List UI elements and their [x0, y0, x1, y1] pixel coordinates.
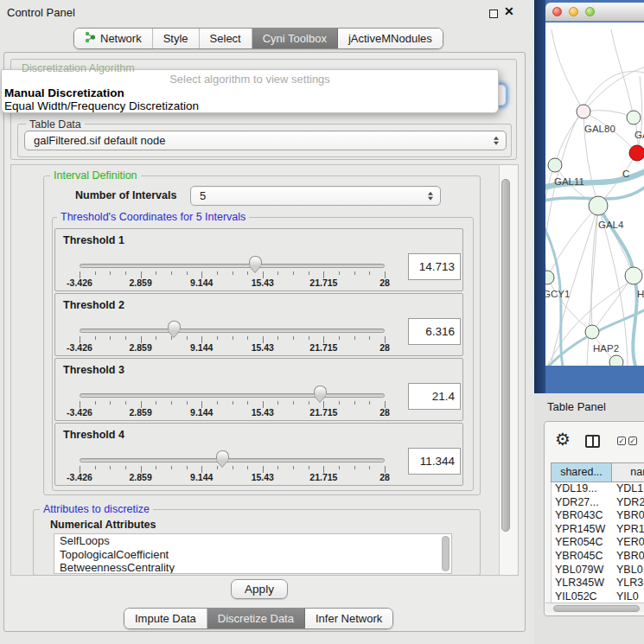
threshold-value-field[interactable]: 11.344: [408, 448, 461, 475]
apply-button[interactable]: Apply: [231, 579, 288, 599]
slider-tick-label: 15.43: [252, 407, 274, 418]
threshold-slider-handle[interactable]: [216, 450, 229, 460]
threshold-slider-track[interactable]: [80, 264, 385, 268]
table-row[interactable]: YPR145WYPR1: [552, 523, 644, 537]
table-row[interactable]: YBR043CYBR0: [552, 509, 644, 523]
settings-scrollbar-thumb[interactable]: [501, 179, 510, 532]
checkbox-icon[interactable]: [617, 437, 626, 445]
network-node-hap2[interactable]: [585, 325, 599, 339]
popup-item-equal-width-frequency-discretization[interactable]: Equal Width/Frequency Discretization: [2, 99, 498, 112]
slider-tick: [293, 336, 294, 340]
attribute-item-betweennesscentrality[interactable]: BetweennessCentrality: [54, 561, 451, 574]
tab-jactivemnodules[interactable]: jActiveMNodules: [338, 29, 443, 48]
network-node-gal4[interactable]: [589, 196, 608, 215]
table-scrollbar-thumb[interactable]: [553, 605, 640, 612]
float-window-icon[interactable]: [489, 10, 498, 18]
column-header-name[interactable]: name: [612, 462, 644, 482]
tab-discretize-data[interactable]: Discretize Data: [207, 609, 305, 628]
zoom-traffic-light-icon[interactable]: [585, 7, 595, 16]
threshold-value-field[interactable]: 14.713: [408, 253, 461, 280]
slider-tick: [171, 466, 172, 469]
threshold-value-field[interactable]: 21.4: [408, 383, 461, 410]
cell-shared-name: YLR345W: [552, 577, 613, 590]
slider-tick: [354, 401, 355, 405]
node-label: H: [637, 289, 644, 299]
threshold-slider-handle[interactable]: [249, 256, 262, 265]
split-columns-icon[interactable]: [585, 435, 600, 448]
table-row[interactable]: YBR045CYBR0: [552, 550, 644, 564]
number-of-intervals-combobox[interactable]: 5: [190, 186, 441, 206]
table-row[interactable]: YIL052CYIL0: [552, 590, 644, 603]
network-window-titlebar[interactable]: [545, 3, 644, 22]
slider-tick: [156, 336, 156, 340]
tab-infer-network[interactable]: Infer Network: [305, 609, 392, 628]
node-label: GCY1: [545, 289, 570, 299]
table-row[interactable]: YDL19...YDL1: [552, 482, 644, 496]
slider-tick-label: 2.859: [129, 472, 151, 482]
slider-tick-label: 15.43: [252, 472, 274, 482]
tab-impute-data[interactable]: Impute Data: [124, 609, 207, 628]
table-row[interactable]: YER054CYER0: [552, 536, 644, 550]
cell-name: YDL1: [613, 482, 643, 496]
slider-tick: [95, 336, 96, 340]
network-canvas[interactable]: GAL80GALCGAL11GAL4GCY1HHAP2: [545, 22, 644, 366]
threshold-slider-track[interactable]: [80, 458, 385, 462]
cell-shared-name: YBL079W: [552, 564, 613, 577]
tab-cyni-toolbox-label: Cyni Toolbox: [263, 32, 327, 45]
slider-tick: [233, 466, 233, 469]
network-node-c[interactable]: [629, 145, 644, 161]
table-row[interactable]: YBL079WYBL0: [552, 564, 644, 577]
panel-title: Control Panel: [7, 6, 75, 19]
tab-network[interactable]: Network: [74, 29, 153, 48]
slider-tick: [277, 336, 278, 340]
slider-tick-label: 28: [379, 342, 390, 353]
cell-shared-name: YBR045C: [552, 550, 613, 564]
network-node-gcy1[interactable]: [545, 271, 554, 284]
network-node-gal[interactable]: [627, 111, 641, 124]
threshold-slider-handle[interactable]: [168, 321, 181, 330]
slider-tick-label: -3.426: [67, 407, 92, 418]
threshold-slider-handle[interactable]: [314, 386, 327, 395]
slider-tick: [187, 401, 188, 405]
table-row[interactable]: YLR345WYLR3: [552, 577, 644, 590]
tab-select[interactable]: Select: [200, 29, 252, 48]
tab-cyni-toolbox[interactable]: Cyni Toolbox: [252, 29, 338, 48]
column-header-shared-name[interactable]: shared...: [551, 462, 612, 482]
close-traffic-light-icon[interactable]: [552, 7, 562, 16]
tab-style[interactable]: Style: [153, 29, 200, 48]
network-node-h[interactable]: [625, 267, 642, 284]
threshold-value-field[interactable]: 6.316: [408, 318, 461, 345]
slider-tick: [293, 401, 294, 405]
table-data-combobox[interactable]: galFiltered.sif default node: [24, 131, 507, 150]
minimize-traffic-light-icon[interactable]: [569, 7, 578, 16]
table-panel-title: Table Panel: [547, 400, 606, 413]
cell-shared-name: YBR043C: [552, 509, 613, 523]
slider-tick: [247, 271, 248, 275]
slider-tick: [339, 271, 340, 275]
network-node-gal80[interactable]: [577, 105, 590, 118]
threshold-slider-track[interactable]: [80, 328, 385, 333]
table-row[interactable]: YDR27...YDR2: [552, 496, 644, 510]
popup-item-manual-discretization[interactable]: Manual Discretization: [2, 86, 498, 99]
attribute-item-selfloops[interactable]: SelfLoops: [54, 534, 451, 548]
slider-tick: [156, 271, 156, 275]
close-icon[interactable]: ✕: [504, 4, 514, 18]
slider-tick-label: -3.426: [67, 342, 92, 353]
numerical-attributes-list[interactable]: SelfLoopsTopologicalCoefficientBetweenne…: [54, 533, 452, 574]
table-horizontal-scrollbar[interactable]: [545, 603, 644, 612]
attributes-list-scrollbar-thumb[interactable]: [442, 536, 450, 571]
slider-tick-label: 9.144: [190, 472, 213, 482]
top-tab-bar: NetworkStyleSelectCyni ToolboxjActiveMNo…: [73, 28, 443, 49]
network-window: GAL80GALCGAL11GAL4GCY1HHAP2: [545, 3, 644, 366]
gear-icon[interactable]: ⚙: [555, 430, 571, 448]
attribute-item-topologicalcoefficient[interactable]: TopologicalCoefficient: [54, 548, 451, 562]
checkbox-icon[interactable]: [628, 437, 637, 445]
network-node-gal11[interactable]: [548, 158, 562, 172]
network-frame-edge: [534, 0, 545, 393]
slider-tick: [277, 466, 278, 469]
slider-tick-label: 21.715: [309, 472, 337, 482]
slider-tick: [233, 401, 233, 405]
network-node[interactable]: [609, 355, 623, 366]
numerical-attributes-label: Numerical Attributes: [50, 519, 156, 531]
threshold-slider-track[interactable]: [80, 393, 385, 398]
